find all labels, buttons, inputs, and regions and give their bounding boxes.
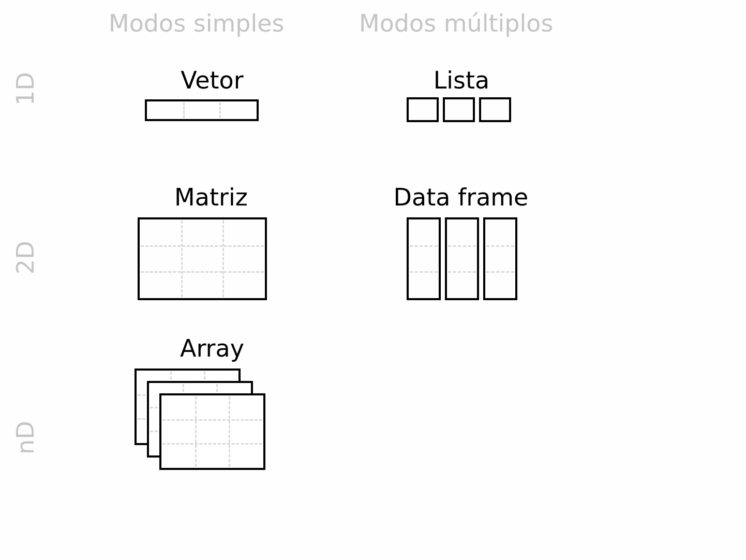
label-array: Array <box>171 334 253 362</box>
label-vector: Vetor <box>171 66 253 94</box>
row-header-2d: 2D <box>11 241 39 274</box>
diagram-array <box>135 369 274 482</box>
row-header-nd: nD <box>11 421 39 454</box>
label-matrix: Matriz <box>165 183 258 211</box>
label-list: Lista <box>420 66 503 94</box>
diagram-matrix <box>138 217 267 300</box>
column-header-simple: Modos simples <box>109 9 285 37</box>
diagram-dataframe <box>407 217 517 300</box>
label-dataframe: Data frame <box>391 183 531 211</box>
column-header-multiple: Modos múltiplos <box>359 9 553 37</box>
row-header-1d: 1D <box>11 72 39 106</box>
diagram-list <box>407 97 511 122</box>
diagram-vector <box>145 99 259 121</box>
